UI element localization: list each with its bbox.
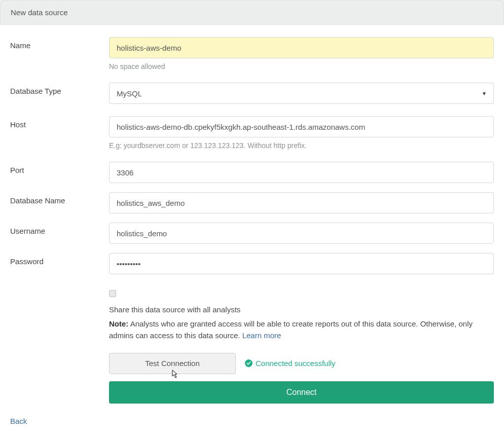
connect-button[interactable]: Connect [109,381,494,404]
learn-more-link[interactable]: Learn more [242,331,281,340]
share-note: Note: Analysts who are granted access wi… [109,318,494,342]
field-col-name: No space allowed [109,37,494,70]
panel-title: New data source [11,8,68,17]
row-host: Host E.g: yourdbserver.com or 123.123.12… [10,116,494,150]
note-prefix: Note: [109,319,128,328]
row-password: Password [10,253,494,274]
label-host: Host [10,116,109,129]
name-input[interactable] [109,37,494,58]
label-username: Username [10,223,109,235]
host-input[interactable] [109,116,494,137]
row-name: Name No space allowed [10,37,494,70]
username-input[interactable] [109,223,494,244]
row-username: Username [10,223,494,244]
field-col-port [109,162,494,183]
field-col-username [109,223,494,244]
dbname-input[interactable] [109,192,494,213]
label-name: Name [10,37,109,50]
dbtype-select[interactable]: MySQL [109,83,494,104]
panel-header: New data source [0,0,504,25]
share-checkbox[interactable] [109,290,116,297]
name-hint: No space allowed [109,62,494,70]
field-col-dbtype: MySQL ▼ [109,83,494,104]
label-dbname: Database Name [10,192,109,205]
share-label: Share this data source with all analysts [109,305,240,314]
label-empty [10,289,109,294]
label-port: Port [10,162,109,174]
note-body: Analysts who are granted access will be … [109,319,473,340]
test-connection-button[interactable]: Test Connection [109,353,236,374]
password-input[interactable] [109,253,494,274]
row-lower: Share this data source with all analysts… [10,289,494,404]
port-input[interactable] [109,162,494,183]
row-dbname: Database Name [10,192,494,213]
label-dbtype: Database Type [10,83,109,95]
lower-col: Share this data source with all analysts… [109,289,494,404]
check-circle-icon [245,359,253,367]
status-text: Connected successfully [256,359,336,368]
dbtype-select-wrap: MySQL ▼ [109,83,494,104]
form-body: Name No space allowed Database Type MySQ… [0,37,504,435]
back-link[interactable]: Back [10,417,27,425]
field-col-dbname [109,192,494,213]
field-col-host: E.g: yourdbserver.com or 123.123.123.123… [109,116,494,150]
host-hint: E.g: yourdbserver.com or 123.123.123.123… [109,141,494,150]
row-dbtype: Database Type MySQL ▼ [10,83,494,104]
connection-status: Connected successfully [245,359,336,368]
label-password: Password [10,253,109,266]
actions-row: Test Connection Connected successfully [109,353,494,374]
row-port: Port [10,162,494,183]
share-row: Share this data source with all analysts [109,289,494,314]
field-col-password [109,253,494,274]
